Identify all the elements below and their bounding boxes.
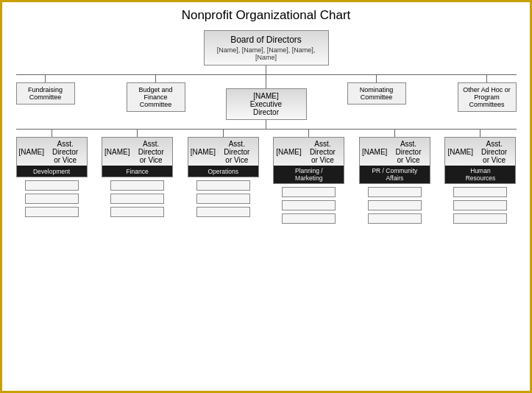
sub-box-4-1: [368, 200, 422, 210]
sub-box-2-2: [196, 207, 250, 217]
dir-dept-1: Finance: [102, 166, 173, 177]
sub-box-4-2: [368, 213, 422, 224]
sub-box-3-1: [282, 200, 336, 210]
dir-dept-5: Human Resources: [444, 166, 516, 184]
dir-box-5: [NAME] Asst. Director or Vice Human Reso…: [444, 137, 516, 184]
sub-box-5-2: [453, 213, 507, 224]
sub-boxes-4: [368, 185, 422, 224]
committee-slot-0: Fundraising Committee: [16, 75, 75, 115]
dir-top-0: [NAME] Asst. Director or Vice: [16, 137, 88, 166]
sub-boxes-2: [196, 179, 250, 217]
committee-box-3: Other Ad Hoc or Program Committees: [458, 82, 517, 112]
sub-box-2-1: [196, 194, 250, 204]
dir-box-4: [NAME] Asst. Director or Vice PR / Commu…: [359, 137, 430, 184]
dir-box-1: [NAME] Asst. Director or Vice Finance: [102, 137, 173, 177]
dir-top-5: [NAME] Asst. Director or Vice: [444, 137, 516, 166]
sub-box-1-0: [110, 180, 164, 191]
committee-slot-3: Other Ad Hoc or Program Committees: [458, 75, 517, 115]
dir-dept-3: Planning / Marketing: [273, 166, 344, 184]
dir-col-3: [NAME] Asst. Director or Vice Planning /…: [273, 130, 344, 224]
committee-slot-2: Nominating Committee: [347, 75, 406, 115]
sub-box-5-0: [453, 187, 507, 197]
dir-box-0: [NAME] Asst. Director or Vice Developmen…: [16, 137, 88, 177]
committee-slot-1: Budget and Finance Committee: [127, 75, 185, 115]
dir-dept-2: Operations: [188, 166, 259, 177]
sub-box-3-2: [282, 213, 336, 224]
sub-box-0-2: [25, 207, 79, 217]
sub-boxes-5: [453, 185, 507, 224]
board-names: [Name], [Name], [Name], [Name], [Name]: [210, 46, 322, 61]
dir-top-1: [NAME] Asst. Director or Vice: [102, 137, 173, 166]
sub-box-0-0: [25, 180, 79, 191]
dir-top-4: [NAME] Asst. Director or Vice: [359, 137, 430, 166]
dir-top-3: [NAME] Asst. Director or Vice: [273, 137, 344, 166]
board-box: Board of Directors [Name], [Name], [Name…: [204, 30, 329, 66]
sub-boxes-1: [110, 179, 164, 217]
exec-title: Executive Director: [231, 100, 302, 116]
board-title: Board of Directors: [210, 35, 322, 45]
v-line-to-exec: [266, 75, 266, 88]
chart-title: Nonprofit Organizational Chart: [182, 8, 351, 23]
sub-box-5-1: [453, 200, 507, 210]
dir-dept-0: Development: [16, 166, 88, 177]
sub-box-2-0: [196, 180, 250, 191]
dir-col-5: [NAME] Asst. Director or Vice Human Reso…: [444, 130, 516, 224]
dir-col-4: [NAME] Asst. Director or Vice PR / Commu…: [359, 130, 430, 224]
dir-box-2: [NAME] Asst. Director or Vice Operations: [188, 137, 259, 177]
sub-box-1-2: [110, 207, 164, 217]
dir-col-0: [NAME] Asst. Director or Vice Developmen…: [16, 130, 88, 217]
chart-container: Nonprofit Organizational Chart Board of …: [2, 2, 530, 391]
h-line-committees: [16, 74, 517, 75]
exec-name: [NAME]: [231, 92, 302, 100]
sub-box-3-0: [282, 187, 336, 197]
exec-box: [NAME] Executive Director: [226, 88, 307, 120]
v-line-board: [266, 66, 266, 74]
sub-box-1-1: [110, 194, 164, 204]
sub-box-4-0: [368, 187, 422, 197]
sub-box-0-1: [25, 194, 79, 204]
dir-col-2: [NAME] Asst. Director or Vice Operations: [188, 130, 259, 217]
directors-row: [NAME] Asst. Director or Vice Developmen…: [16, 130, 517, 224]
full-chart: Board of Directors [Name], [Name], [Name…: [5, 30, 528, 224]
sub-boxes-0: [25, 179, 79, 217]
committee-box-1: Budget and Finance Committee: [127, 82, 185, 112]
committee-box-0: Fundraising Committee: [16, 82, 75, 105]
v-line-exec-to-dirs: [266, 120, 266, 129]
committee-box-2: Nominating Committee: [347, 82, 406, 105]
dir-col-1: [NAME] Asst. Director or Vice Finance: [102, 130, 173, 217]
dir-box-3: [NAME] Asst. Director or Vice Planning /…: [273, 137, 344, 184]
dir-top-2: [NAME] Asst. Director or Vice: [188, 137, 259, 166]
sub-boxes-3: [282, 185, 336, 224]
dir-dept-4: PR / Community Affairs: [359, 166, 430, 184]
